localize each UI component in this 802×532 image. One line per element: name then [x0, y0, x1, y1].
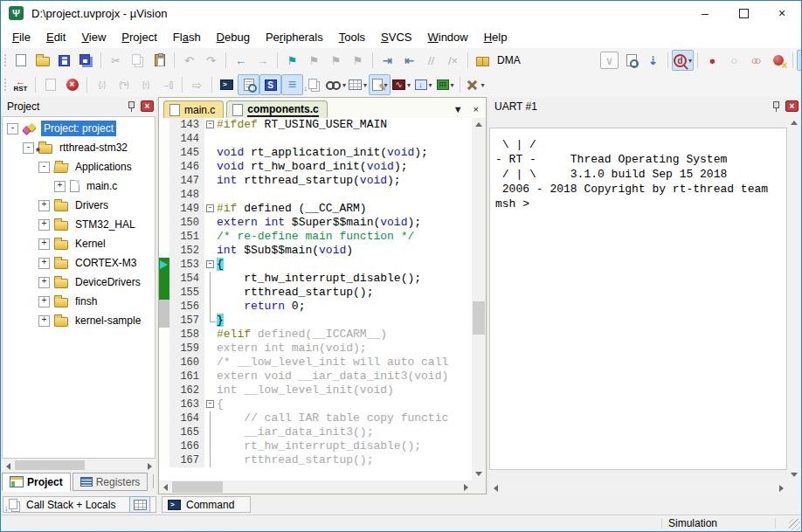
close-button[interactable]: ×	[763, 1, 801, 25]
menu-tools[interactable]: Tools	[331, 27, 373, 47]
copy-button[interactable]	[127, 50, 149, 71]
fold-margin[interactable]	[204, 146, 217, 160]
unindent-button[interactable]: ⇤	[398, 50, 420, 71]
scroll-down-arrow[interactable]	[787, 468, 801, 481]
tree-item-devicedrivers[interactable]: +DeviceDrivers	[3, 273, 155, 292]
fold-margin[interactable]: -	[204, 258, 217, 272]
menu-window[interactable]: Window	[419, 27, 475, 47]
uart-vscrollbar[interactable]	[787, 116, 801, 481]
fold-margin[interactable]	[204, 300, 217, 314]
scroll-up-arrow[interactable]	[472, 118, 486, 131]
fold-margin[interactable]	[204, 411, 217, 425]
expand-box[interactable]: +	[38, 277, 50, 288]
insert-breakpoint-button[interactable]: ●	[702, 50, 723, 71]
uncomment-selection-button[interactable]: /×	[442, 50, 464, 71]
previous-bookmark-button[interactable]: ⚑	[303, 50, 325, 71]
fold-margin[interactable]	[204, 160, 217, 174]
scroll-right-arrow[interactable]	[775, 481, 787, 494]
search-combo[interactable]: DMA	[494, 52, 598, 69]
fold-margin[interactable]	[204, 244, 217, 258]
memory-window-button[interactable]	[129, 496, 150, 513]
pin-icon[interactable]	[127, 100, 135, 112]
fold-margin[interactable]	[204, 272, 217, 286]
debug-toolbox-dropdown-caret[interactable]: ▾	[481, 81, 485, 89]
editor-hscrollbar[interactable]	[159, 480, 472, 494]
memory-window-lines-button[interactable]: ≡	[281, 74, 303, 95]
fold-margin[interactable]	[204, 230, 217, 244]
fold-margin[interactable]	[204, 356, 217, 370]
navigate-forward-button[interactable]: →	[252, 50, 273, 71]
expand-box[interactable]: +	[38, 238, 50, 250]
stop-debug-button[interactable]	[61, 74, 83, 95]
lookup-word-dropdown-caret[interactable]: ▾	[688, 57, 692, 65]
toggle-bookmark-button[interactable]: ⚑	[281, 50, 303, 71]
search-dropdown-button[interactable]: ∨	[600, 52, 619, 69]
fold-margin[interactable]	[204, 383, 217, 397]
step-over-button[interactable]: {↷}	[113, 74, 135, 95]
find-in-files-dialog-button[interactable]	[620, 50, 642, 71]
serial-windows-button[interactable]: ▾	[369, 74, 391, 95]
collapse-box[interactable]: -	[7, 123, 18, 135]
fold-margin[interactable]: -	[204, 118, 217, 132]
clear-bookmarks-button[interactable]: ⚑	[347, 50, 369, 71]
tree-item-cortex-m3[interactable]: +CORTEX-M3	[3, 253, 155, 273]
uart-hscrollbar[interactable]	[489, 481, 787, 494]
undo-button[interactable]: ↶	[178, 50, 200, 71]
comment-selection-button[interactable]: //	[420, 50, 442, 71]
analysis-windows-dropdown-caret[interactable]: ▾	[407, 81, 411, 89]
expand-box[interactable]: +	[38, 200, 50, 211]
expand-box[interactable]: +	[38, 258, 50, 269]
symbol-window-dropdown-caret[interactable]: ▾	[429, 81, 432, 89]
tree-item-project-project[interactable]: -Project: project	[3, 119, 155, 138]
menu-view[interactable]: View	[73, 27, 114, 47]
collapse-box[interactable]: -	[23, 142, 34, 154]
paste-button[interactable]	[149, 50, 170, 71]
indent-button[interactable]: ⇥	[377, 50, 398, 71]
scroll-up-arrow[interactable]	[787, 116, 801, 129]
lookup-word-button[interactable]: d▾	[672, 50, 694, 71]
uart-panel-close-icon[interactable]	[785, 100, 799, 112]
expand-box[interactable]: +	[54, 181, 66, 192]
project-panel-close-icon[interactable]	[141, 100, 154, 112]
fold-margin[interactable]	[204, 453, 217, 467]
tree-item-finsh[interactable]: +finsh	[3, 292, 155, 311]
fold-margin[interactable]	[204, 370, 217, 383]
scroll-left-arrow[interactable]	[159, 480, 171, 494]
tree-item-kernel-sample[interactable]: +kernel-sample	[3, 311, 155, 330]
serial-window-button[interactable]	[259, 74, 281, 95]
memory-window-button[interactable]: ▾	[347, 74, 369, 95]
tree-item-main-c[interactable]: +main.c	[3, 176, 155, 196]
watch-window-button[interactable]: ▾	[325, 74, 347, 95]
editor-tab-components-c[interactable]: components.c	[226, 100, 327, 118]
fold-margin[interactable]	[204, 439, 217, 453]
fold-margin[interactable]	[204, 216, 217, 230]
maximize-button[interactable]	[724, 1, 763, 25]
kill-all-breakpoints-button[interactable]	[767, 50, 789, 71]
expand-box[interactable]: +	[38, 219, 50, 231]
tree-item-stm32-hal[interactable]: +STM32_HAL	[3, 215, 155, 234]
system-viewer-button[interactable]: ▾	[434, 74, 456, 95]
system-viewer-dropdown-caret[interactable]: ▾	[451, 81, 454, 89]
code-editor[interactable]: 143-#ifdef RT_USING_USER_MAIN144145void …	[159, 118, 472, 480]
cut-button[interactable]: ✂	[105, 50, 127, 71]
uart-terminal-output[interactable]: \ | / - RT - Thread Operating System / |…	[489, 128, 787, 470]
minimize-button[interactable]: –	[686, 1, 724, 25]
fold-margin[interactable]	[204, 132, 217, 146]
fold-margin[interactable]: -	[204, 397, 217, 411]
run-to-cursor-button[interactable]: →{}	[156, 74, 178, 95]
menu-svcs[interactable]: SVCS	[373, 27, 419, 47]
project-window-toggle-button[interactable]	[797, 50, 801, 71]
run-button[interactable]: ⇨	[186, 74, 208, 95]
fold-margin[interactable]: -	[204, 202, 217, 216]
save-all-button[interactable]	[75, 50, 97, 71]
close-document-icon[interactable]: ×	[474, 104, 479, 114]
new-file-button[interactable]	[10, 50, 31, 71]
fold-margin[interactable]	[204, 188, 217, 202]
scroll-left-arrow[interactable]	[489, 481, 501, 494]
incremental-find-button[interactable]: ⇣	[642, 50, 664, 71]
tree-item-drivers[interactable]: +Drivers	[3, 196, 155, 215]
fold-margin[interactable]	[204, 314, 217, 328]
fold-margin[interactable]	[204, 174, 217, 188]
tree-item-rtthread-stm32[interactable]: -rtthread-stm32	[3, 138, 155, 157]
save-button[interactable]	[53, 50, 75, 71]
